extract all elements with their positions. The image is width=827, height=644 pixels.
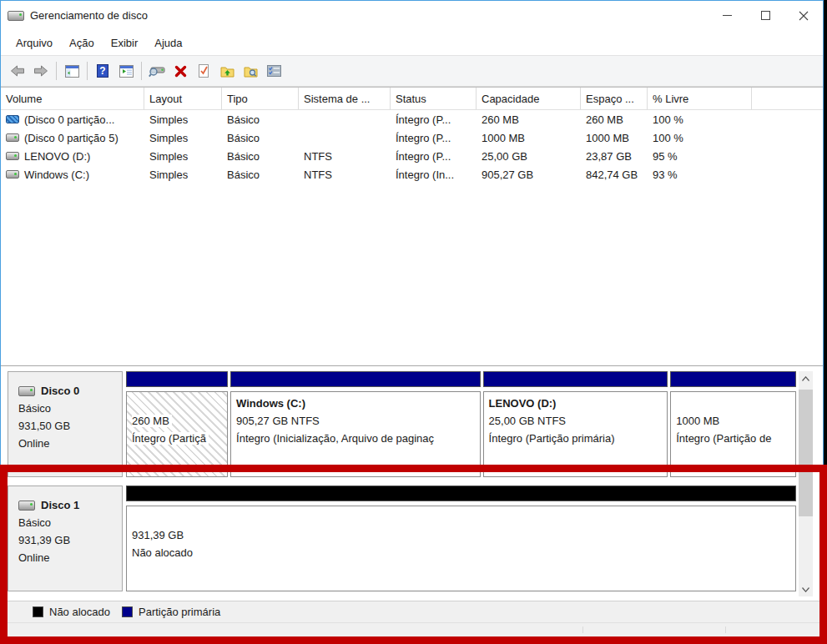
- delete-button[interactable]: [169, 60, 191, 82]
- volume-row-windows-c[interactable]: Windows (C:) Simples Básico NTFS Íntegro…: [1, 165, 823, 184]
- scrollbar-thumb[interactable]: [799, 390, 813, 516]
- window-title: Gerenciamento de disco: [30, 9, 148, 22]
- disk-type: Básico: [18, 514, 122, 531]
- partition-status: Íntegro (Partição primária): [489, 430, 666, 447]
- scroll-up-button[interactable]: [799, 371, 813, 385]
- volume-row-lenovo-d[interactable]: LENOVO (D:) Simples Básico NTFS Íntegro …: [1, 147, 823, 165]
- partition-size: 931,39 GB: [132, 526, 794, 544]
- legend-swatch-unallocated: [33, 606, 43, 617]
- disco-0-row: Disco 0 Básico 931,50 GB Online 260 MB Í…: [8, 371, 796, 477]
- partition-status: Íntegro (Partiçã: [132, 432, 209, 445]
- partition-block-windows-c[interactable]: Windows (C:) 905,27 GB NTFS Íntegro (Ini…: [230, 371, 481, 477]
- partition-status: Íntegro (Inicialização, Arquivo de pagin…: [236, 430, 478, 447]
- folder-search-button[interactable]: [240, 60, 261, 82]
- column-header-livre[interactable]: % Livre: [648, 88, 752, 109]
- forward-button[interactable]: [30, 60, 52, 82]
- scroll-down-button[interactable]: [799, 582, 813, 596]
- volume-list: Volume Layout Tipo Sistema de ... Status…: [1, 87, 823, 365]
- status-bar: [1, 622, 823, 636]
- volume-status: Íntegro (P...: [391, 128, 477, 147]
- volume-free-space: 260 MB: [581, 110, 648, 128]
- folder-up-icon: [220, 65, 234, 78]
- partition-block-lenovo-d[interactable]: LENOVO (D:) 25,00 GB NTFS Íntegro (Parti…: [483, 371, 668, 477]
- minimize-icon: [723, 11, 732, 20]
- toolbar-separator: [141, 62, 142, 80]
- partition-size: 25,00 GB NTFS: [489, 412, 666, 430]
- partition-color-bar: [483, 371, 668, 387]
- volume-status: Íntegro (P...: [391, 147, 477, 165]
- legend-label-primary: Partição primária: [139, 606, 220, 618]
- chevron-down-icon: [802, 587, 809, 592]
- disk-name: Disco 1: [41, 496, 79, 514]
- device-search-icon: [149, 65, 165, 78]
- volume-status: Íntegro (P...: [391, 110, 477, 128]
- maximize-icon: [761, 11, 770, 20]
- show-console-tree-button[interactable]: [61, 60, 83, 82]
- maximize-button[interactable]: [746, 1, 784, 30]
- svg-text:?: ?: [99, 65, 105, 77]
- menu-arquivo[interactable]: Arquivo: [8, 33, 61, 53]
- properties-button[interactable]: [263, 60, 285, 82]
- volume-pct-free: 95 %: [648, 147, 752, 165]
- column-header-capacidade[interactable]: Capacidade: [477, 88, 581, 109]
- disco-1-info-panel[interactable]: Disco 1 Básico 931,39 GB Online: [8, 486, 123, 591]
- disco-0-info-panel[interactable]: Disco 0 Básico 931,50 GB Online: [8, 371, 123, 477]
- partition-color-bar: [670, 371, 796, 387]
- help-button[interactable]: ?: [92, 60, 113, 82]
- column-header-volume[interactable]: Volume: [1, 88, 144, 109]
- vertical-scrollbar[interactable]: [799, 371, 813, 596]
- minimize-button[interactable]: [708, 1, 746, 30]
- volume-fs: [299, 128, 391, 147]
- column-header-sistema[interactable]: Sistema de ...: [299, 88, 391, 109]
- disco-1-row: Disco 1 Básico 931,39 GB Online 931,39 G…: [8, 486, 796, 591]
- menu-ajuda[interactable]: Ajuda: [146, 33, 190, 53]
- disk-size: 931,50 GB: [18, 417, 122, 435]
- back-button[interactable]: [7, 60, 28, 82]
- partition-block-efi[interactable]: 260 MB Íntegro (Partiçã: [126, 371, 228, 477]
- column-header-espaco[interactable]: Espaço ...: [581, 88, 648, 109]
- volume-capacity: 260 MB: [477, 110, 581, 128]
- disk-icon: [18, 501, 35, 511]
- partition-size: 905,27 GB NTFS: [236, 412, 478, 430]
- efi-volume-icon: [6, 115, 19, 123]
- volume-name: Windows (C:): [24, 169, 89, 181]
- partition-name: [132, 395, 225, 412]
- screenshot-root: { "window": { "title": "Gerenciamento de…: [0, 0, 827, 644]
- folder-search-icon: [244, 65, 258, 78]
- partition-block-recovery[interactable]: 1000 MB Íntegro (Partição de: [670, 371, 796, 477]
- disk-type: Básico: [18, 400, 122, 417]
- disk-graph-pane: Disco 0 Básico 931,50 GB Online 260 MB Í…: [1, 365, 823, 601]
- title-bar: Gerenciamento de disco: [1, 1, 823, 30]
- volume-row-disco0-particao5[interactable]: (Disco 0 partição 5) Simples Básico Ínte…: [1, 128, 823, 147]
- volume-layout: Simples: [144, 165, 222, 184]
- volume-pct-free: 100 %: [648, 128, 752, 147]
- app-disk-icon: [8, 11, 24, 21]
- column-header-status[interactable]: Status: [391, 88, 477, 109]
- column-header-layout[interactable]: Layout: [144, 88, 222, 109]
- volume-row-disco0-particao1[interactable]: (Disco 0 partição... Simples Básico Ínte…: [1, 110, 823, 128]
- close-button[interactable]: [784, 1, 823, 30]
- menu-exibir[interactable]: Exibir: [103, 33, 147, 53]
- show-action-pane-button[interactable]: [115, 60, 137, 82]
- volume-free-space: 842,74 GB: [581, 165, 648, 184]
- volume-pct-free: 100 %: [648, 110, 752, 128]
- partition-block-unallocated[interactable]: 931,39 GB Não alocado: [126, 486, 796, 591]
- status-separator: [582, 626, 583, 633]
- partition-color-bar: [230, 371, 481, 387]
- device-search-button[interactable]: [146, 60, 168, 82]
- delete-icon: [174, 65, 187, 78]
- volume-capacity: 25,00 GB: [477, 147, 581, 165]
- column-header-tipo[interactable]: Tipo: [222, 88, 299, 109]
- partition-status: Não alocado: [132, 544, 794, 561]
- volume-tipo: Básico: [222, 128, 299, 147]
- partition-name: [676, 395, 794, 412]
- menu-acao[interactable]: Ação: [61, 33, 103, 53]
- volume-name: LENOVO (D:): [24, 150, 90, 163]
- disk-size: 931,39 GB: [18, 531, 122, 549]
- show-console-tree-icon: [65, 65, 79, 78]
- volume-free-space: 1000 MB: [581, 128, 648, 147]
- task-check-button[interactable]: [193, 60, 214, 82]
- partition-name: Windows (C:): [236, 395, 478, 412]
- back-icon: [10, 64, 25, 78]
- folder-up-button[interactable]: [216, 60, 238, 82]
